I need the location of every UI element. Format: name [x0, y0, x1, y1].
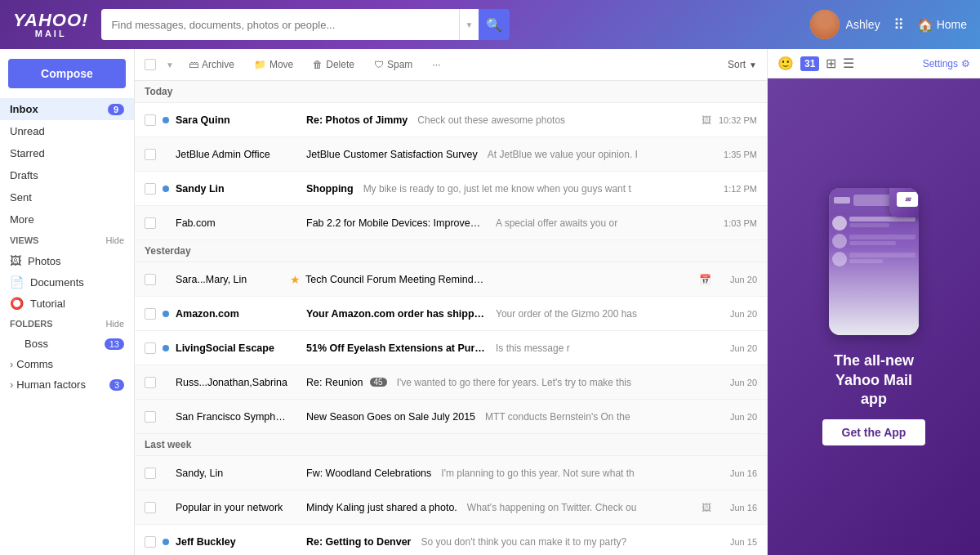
email-checkbox[interactable] — [145, 342, 156, 354]
email-content: Your Amazon.com order has shipped Your o… — [306, 308, 710, 320]
email-preview: What's happening on Twitter. Check ou — [467, 502, 695, 513]
header: YAHOO! MAIL ▼ 🔍 Ashley ⠿ 🏠 Home — [0, 0, 980, 49]
spam-icon: 🛡 — [374, 59, 384, 70]
search-button[interactable]: 🔍 — [479, 9, 510, 40]
email-row[interactable]: Amazon.com Your Amazon.com order has shi… — [135, 297, 767, 331]
sidebar-item-documents[interactable]: 📄 Documents — [0, 271, 134, 293]
folders-section-header: Folders Hide — [0, 314, 134, 333]
folders-label: Folders — [10, 319, 53, 329]
get-app-button[interactable]: Get the App — [822, 419, 926, 445]
grid-icon[interactable]: ⊞ — [826, 56, 836, 71]
email-row[interactable]: Fab.com Fab 2.2 for Mobile Devices: Impr… — [135, 206, 767, 240]
email-row[interactable]: LivingSocial Escape 51% Off Eyelash Exte… — [135, 331, 767, 365]
settings-link[interactable]: Settings ⚙ — [923, 58, 970, 69]
archive-button[interactable]: 🗃 Archive — [184, 56, 239, 74]
more-label: More — [10, 213, 34, 226]
search-input[interactable] — [101, 9, 458, 40]
calendar-icon: 📅 — [699, 274, 711, 285]
email-sender: Sandy Lin — [176, 183, 290, 195]
search-bar: ▼ 🔍 — [101, 9, 510, 40]
email-row[interactable]: Sara...Mary, Lin ★ Tech Council Forum Me… — [135, 262, 767, 297]
home-icon: 🏠 — [917, 17, 933, 33]
sidebar-item-tutorial[interactable]: ⭕ Tutorial — [0, 293, 134, 314]
email-subject: Tech Council Forum Meeting Reminder & In… — [305, 274, 485, 285]
email-preview: I've wanted to go there for years. Let's… — [397, 377, 710, 388]
email-row[interactable]: Jeff Buckley Re: Getting to Denver So yo… — [135, 525, 767, 555]
email-subject: Fw: Woodland Celebrations — [306, 468, 431, 479]
user-name: Ashley — [846, 18, 880, 31]
email-checkbox[interactable] — [145, 114, 156, 126]
unread-indicator — [163, 345, 169, 351]
sidebar-item-inbox[interactable]: Inbox 9 — [0, 98, 134, 120]
user-info[interactable]: Ashley — [810, 10, 880, 39]
settings-gear-icon: ⚙ — [961, 58, 970, 69]
sidebar-item-human-factors[interactable]: › Human factors 3 — [0, 374, 134, 395]
select-dropdown-icon[interactable]: ▼ — [166, 60, 174, 69]
spam-button[interactable]: 🛡 Spam — [369, 56, 417, 74]
select-all-checkbox[interactable] — [145, 59, 156, 70]
email-row[interactable]: JetBlue Admin Office JetBlue Customer Sa… — [135, 137, 767, 172]
email-checkbox[interactable] — [145, 149, 156, 160]
sidebar-item-more[interactable]: More — [0, 208, 134, 231]
email-row[interactable]: Sandy, Lin Fw: Woodland Celebrations I'm… — [135, 456, 767, 490]
email-subject: New Season Goes on Sale July 2015 — [306, 411, 475, 423]
email-preview: MTT conducts Bernstein's On the — [485, 411, 710, 423]
sidebar-item-sent[interactable]: Sent — [0, 186, 134, 208]
right-panel: 🙂 31 ⊞ ☰ Settings ⚙ — [768, 49, 980, 555]
email-checkbox[interactable] — [145, 183, 156, 195]
delete-button[interactable]: 🗑 Delete — [308, 56, 359, 74]
email-row[interactable]: Sandy Lin Shopping My bike is ready to g… — [135, 172, 767, 206]
sidebar-item-unread[interactable]: Unread — [0, 120, 134, 142]
email-checkbox[interactable] — [145, 536, 156, 548]
email-checkbox[interactable] — [145, 217, 156, 229]
email-content: Re: Getting to Denver So you don't think… — [306, 536, 710, 548]
sidebar-item-starred[interactable]: Starred — [0, 142, 134, 164]
email-checkbox[interactable] — [145, 502, 156, 513]
email-checkbox[interactable] — [145, 308, 156, 320]
more-actions-button[interactable]: ··· — [427, 56, 445, 74]
move-button[interactable]: 📁 Move — [249, 56, 298, 74]
sidebar: Compose Inbox 9 Unread Starred Drafts Se… — [0, 49, 135, 555]
email-time: Jun 16 — [716, 503, 757, 512]
email-row[interactable]: San Francisco Symphony New Season Goes o… — [135, 400, 767, 434]
sort-button[interactable]: Sort ▼ — [728, 59, 757, 70]
yahoo-logo: YAHOO! MAIL — [13, 11, 88, 38]
calendar-panel-icon[interactable]: 31 — [800, 56, 819, 71]
compose-button[interactable]: Compose — [8, 59, 126, 88]
email-checkbox[interactable] — [145, 468, 156, 479]
email-sender: Amazon.com — [176, 308, 290, 320]
email-checkbox[interactable] — [145, 274, 156, 285]
sidebar-item-boss[interactable]: Boss 13 — [0, 333, 134, 354]
email-preview: A special offer awaits you or — [496, 217, 710, 229]
folders-hide-button[interactable]: Hide — [105, 319, 124, 329]
email-time: 1:12 PM — [716, 184, 757, 194]
email-row[interactable]: Popular in your network Mindy Kaling jus… — [135, 490, 767, 525]
sidebar-item-comms[interactable]: › Comms — [0, 354, 134, 374]
email-sender: Sandy, Lin — [176, 468, 290, 479]
email-preview: Check out these awesome photos — [417, 114, 695, 126]
email-time: Jun 20 — [716, 309, 757, 319]
apps-icon[interactable]: ⠿ — [893, 16, 904, 34]
yahoo-mail-subtext: MAIL — [35, 29, 67, 38]
search-dropdown-button[interactable]: ▼ — [459, 9, 479, 40]
email-sender: Jeff Buckley — [176, 536, 290, 548]
unread-indicator — [163, 186, 169, 192]
sidebar-item-drafts[interactable]: Drafts — [0, 164, 134, 186]
sidebar-item-photos[interactable]: 🖼 Photos — [0, 250, 134, 271]
section-yesterday: Yesterday — [135, 240, 767, 262]
email-checkbox[interactable] — [145, 377, 156, 388]
ad-phone-mockup: ✉ — [829, 188, 919, 335]
search-icon: 🔍 — [486, 17, 502, 33]
email-row[interactable]: Sara Quinn Re: Photos of Jimmy Check out… — [135, 103, 767, 137]
email-preview: I'm planning to go this year. Not sure w… — [441, 468, 710, 479]
views-hide-button[interactable]: Hide — [105, 235, 124, 245]
home-link[interactable]: 🏠 Home — [917, 17, 967, 33]
list-icon[interactable]: ☰ — [843, 56, 854, 71]
email-row[interactable]: Russ...Jonathan,Sabrina Re: Reunion 45 I… — [135, 365, 767, 400]
email-content: New Season Goes on Sale July 2015 MTT co… — [306, 411, 710, 423]
email-content: Fw: Woodland Celebrations I'm planning t… — [306, 468, 710, 479]
email-content: Re: Photos of Jimmy Check out these awes… — [306, 114, 695, 126]
smiley-icon[interactable]: 🙂 — [777, 56, 794, 71]
email-preview: Is this message r — [496, 342, 710, 354]
email-checkbox[interactable] — [145, 411, 156, 423]
